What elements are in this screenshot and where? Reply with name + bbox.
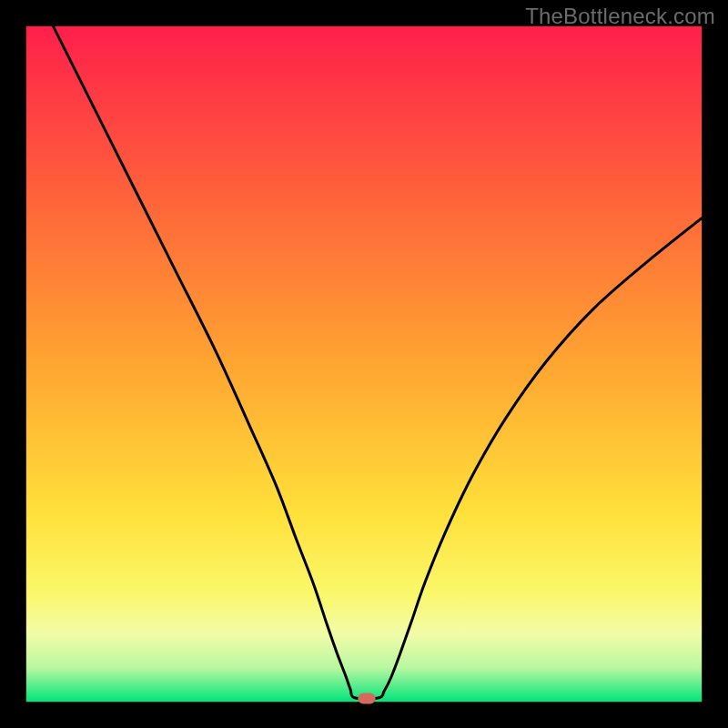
chart-frame: TheBottleneck.com [0, 0, 728, 728]
bottleneck-chart [0, 0, 728, 728]
bottleneck-marker [358, 693, 375, 704]
plot-background [26, 26, 702, 702]
watermark-text: TheBottleneck.com [525, 4, 715, 29]
